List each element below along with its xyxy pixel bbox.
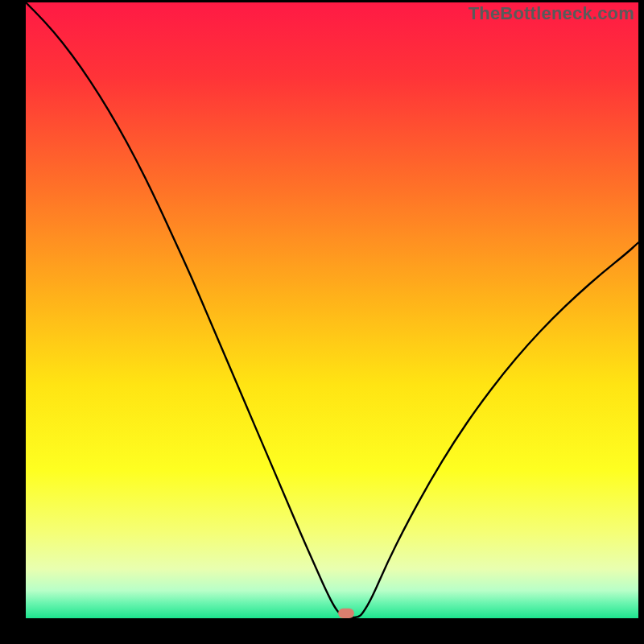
optimum-marker — [338, 609, 354, 618]
chart-container: TheBottleneck.com — [0, 0, 644, 644]
bottleneck-chart — [26, 2, 638, 618]
gradient-background — [26, 2, 638, 618]
watermark-text: TheBottleneck.com — [469, 3, 634, 24]
